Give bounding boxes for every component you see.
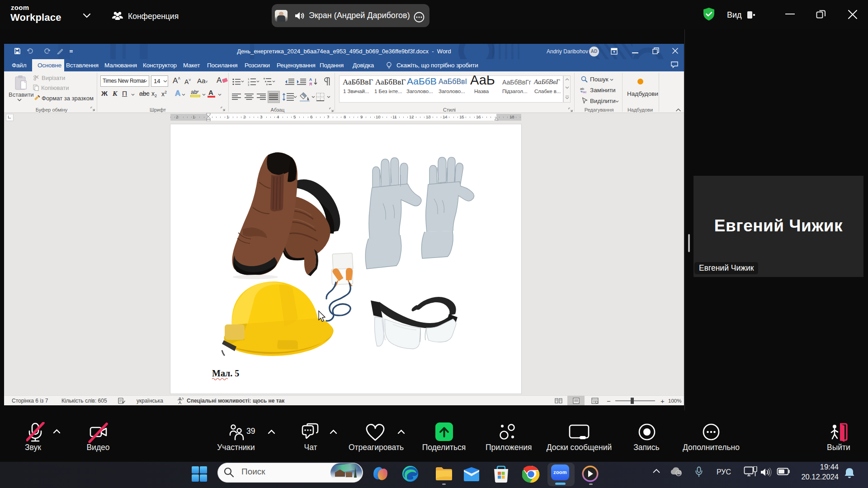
svg-text:Мал. 5: Мал. 5 xyxy=(212,368,239,378)
svg-text:2: 2 xyxy=(248,81,250,84)
svg-text:ac: ac xyxy=(583,90,586,94)
svg-text:А: А xyxy=(309,77,312,82)
svg-text:Я: Я xyxy=(309,82,312,86)
svg-text:3: 3 xyxy=(248,84,250,86)
svg-text:1: 1 xyxy=(248,78,250,80)
